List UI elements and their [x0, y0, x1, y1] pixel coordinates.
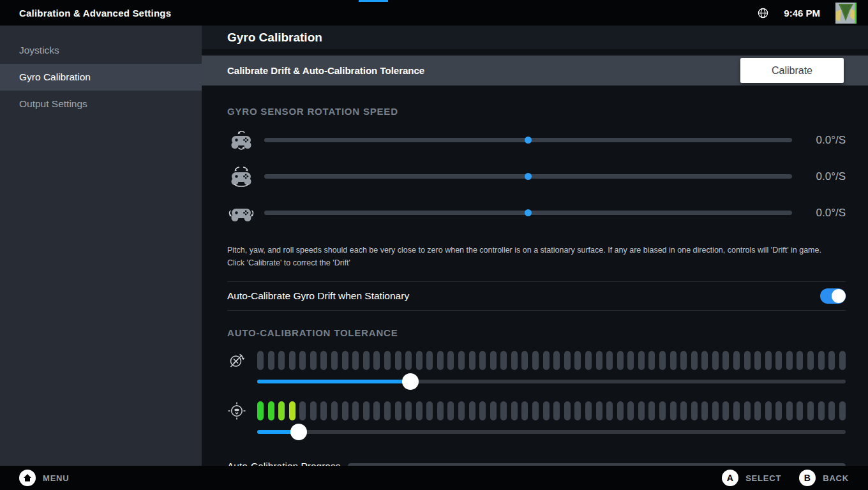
- top-bar: Calibration & Advanced Settings 9:46 PM: [0, 0, 868, 26]
- menu-button[interactable]: MENU: [19, 470, 69, 486]
- meter-bar: [691, 401, 698, 420]
- meter-bar: [511, 351, 518, 370]
- meter-bar: [659, 351, 666, 370]
- tolerance-meter-recenter: [227, 401, 846, 440]
- meter-bar: [384, 351, 391, 370]
- meter-bar: [299, 351, 306, 370]
- meter-bar: [437, 401, 444, 420]
- calibrate-button[interactable]: Calibrate: [740, 58, 844, 83]
- status-area: 9:46 PM: [758, 3, 857, 24]
- home-icon: [19, 470, 36, 486]
- meter-bar: [775, 351, 782, 370]
- meter-bar: [310, 351, 317, 370]
- gyro-speed-track: [264, 211, 792, 215]
- clock: 9:46 PM: [784, 8, 820, 19]
- tolerance-meter-body: [257, 401, 846, 440]
- meter-bar: [786, 351, 793, 370]
- gyro-speed-row-pitch: 0.0°/S: [227, 122, 846, 158]
- meter-bar: [426, 351, 433, 370]
- meter-bar: [638, 351, 645, 370]
- meter-bar: [754, 401, 761, 420]
- menu-label: MENU: [43, 473, 69, 483]
- tolerance-slider-thumb[interactable]: [402, 373, 419, 390]
- meter-bar: [839, 401, 846, 420]
- b-button-icon: B: [799, 470, 816, 486]
- select-label: SELECT: [745, 473, 781, 483]
- meter-bar: [627, 401, 634, 420]
- gyro-speed-marker: [525, 173, 532, 180]
- calibrate-row[interactable]: Calibrate Drift & Auto-Calibration Toler…: [202, 56, 868, 85]
- meter-bar: [765, 351, 772, 370]
- meter-bar: [553, 351, 560, 370]
- meter-bar: [278, 351, 285, 370]
- meter-bar: [511, 401, 518, 420]
- meter-bar: [818, 401, 825, 420]
- meter-bar: [289, 401, 296, 420]
- back-label: BACK: [823, 473, 849, 483]
- meter-bar: [828, 351, 835, 370]
- meter-bar: [670, 351, 677, 370]
- back-hint[interactable]: B BACK: [799, 470, 849, 486]
- meter-bar: [500, 401, 507, 420]
- meter-bar: [320, 401, 327, 420]
- meter-bar: [617, 351, 624, 370]
- globe-icon: [758, 8, 768, 19]
- tolerance-bars: [257, 351, 846, 370]
- meter-bar: [596, 401, 602, 420]
- meter-bar: [416, 351, 423, 370]
- gyro-speed-value: 0.0°/S: [804, 207, 846, 219]
- meter-bar: [490, 351, 497, 370]
- rotation-speed-header: GYRO SENSOR ROTATION SPEED: [227, 106, 846, 117]
- sidebar-item-gyro-calibration[interactable]: Gyro Calibration: [0, 64, 202, 91]
- meter-bar: [617, 401, 624, 420]
- calibrate-row-label: Calibrate Drift & Auto-Calibration Toler…: [227, 65, 424, 76]
- meter-bar: [786, 401, 793, 420]
- auto-calibrate-row[interactable]: Auto-Calibrate Gyro Drift when Stationar…: [227, 281, 846, 311]
- meter-bar: [701, 401, 708, 420]
- sidebar-item-output-settings[interactable]: Output Settings: [0, 91, 202, 117]
- meter-bar: [680, 401, 687, 420]
- meter-bar: [839, 351, 846, 370]
- meter-bar: [733, 351, 740, 370]
- meter-bar: [828, 401, 835, 420]
- meter-bar: [447, 401, 454, 420]
- meter-bar: [638, 401, 645, 420]
- meter-bar: [691, 351, 698, 370]
- gyro-speed-value: 0.0°/S: [804, 170, 846, 183]
- tolerance-meter-rotation: [227, 351, 846, 390]
- meter-bar: [320, 351, 327, 370]
- meter-bar: [479, 401, 486, 420]
- meter-bar: [744, 351, 751, 370]
- settings-sidebar: Joysticks Gyro Calibration Output Settin…: [0, 26, 202, 466]
- meter-bar: [574, 401, 581, 420]
- tolerance-slider: [257, 373, 846, 390]
- button-hints: A SELECT B BACK: [722, 470, 849, 486]
- gyro-recenter-icon: [227, 401, 257, 420]
- meter-bar: [299, 401, 306, 420]
- panel-header: Gyro Calibration: [202, 26, 868, 49]
- meter-bar: [268, 351, 274, 370]
- meter-bar: [585, 401, 592, 420]
- auto-calibrate-toggle[interactable]: [820, 288, 846, 304]
- page-title: Calibration & Advanced Settings: [19, 8, 171, 19]
- tolerance-slider-thumb[interactable]: [290, 424, 307, 440]
- sidebar-item-joysticks[interactable]: Joysticks: [0, 37, 202, 64]
- meter-bar: [722, 351, 729, 370]
- tolerance-slider-track[interactable]: [257, 430, 846, 434]
- panel-title: Gyro Calibration: [227, 31, 322, 45]
- select-hint[interactable]: A SELECT: [722, 470, 781, 486]
- meter-bar: [384, 401, 391, 420]
- meter-bar: [469, 401, 475, 420]
- meter-bar: [797, 401, 803, 420]
- meter-bar: [490, 401, 497, 420]
- meter-bar: [458, 351, 465, 370]
- meter-bar: [733, 401, 740, 420]
- gyro-description-line1: Pitch, yaw, and roll speeds should each …: [227, 244, 846, 256]
- meter-bar: [712, 401, 719, 420]
- meter-bar: [363, 401, 370, 420]
- gyro-calibration-panel: Gyro Calibration Calibrate Drift & Auto-…: [202, 26, 868, 466]
- meter-bar: [289, 351, 296, 370]
- meter-bar: [310, 401, 317, 420]
- top-focus-indicator: [359, 0, 388, 2]
- meter-bar: [405, 351, 412, 370]
